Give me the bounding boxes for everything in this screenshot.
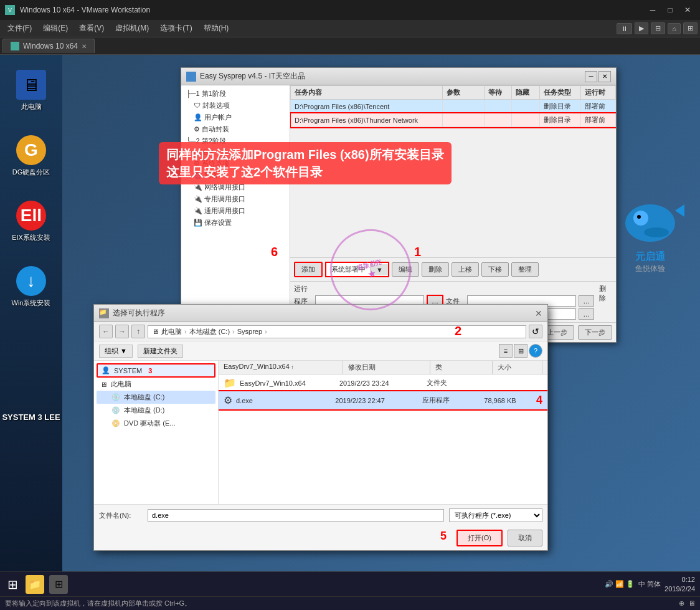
tree-auto[interactable]: ⚙ 自动封装 bbox=[184, 123, 287, 135]
drive-c-icon: 💿 bbox=[111, 393, 120, 401]
clock-date: 2019/2/24 bbox=[665, 584, 695, 593]
move-down-button[interactable]: 下移 bbox=[481, 262, 509, 277]
sysprep-minimize[interactable]: ─ bbox=[585, 71, 597, 82]
col-date[interactable]: 修改日期 bbox=[343, 361, 430, 374]
tab-close-icon[interactable]: ✕ bbox=[82, 43, 87, 50]
taskbar-vm-icon[interactable]: ⊞ bbox=[49, 575, 68, 594]
tree-thispc[interactable]: 🖥 此电脑 bbox=[97, 378, 215, 391]
organize-button[interactable]: 整理 bbox=[511, 262, 539, 277]
tab-win10[interactable]: Windows 10 x64 ✕ bbox=[2, 39, 95, 53]
tree-system[interactable]: 👤 SYSTEM 3 bbox=[97, 363, 215, 378]
tree-phase2[interactable]: └─2 第2阶段 bbox=[184, 135, 287, 147]
desktop-icon-eix[interactable]: Ell EIX系统安装 bbox=[9, 198, 53, 245]
col-type[interactable]: 类 bbox=[430, 361, 493, 374]
toolbar-btn-2[interactable]: ▶ bbox=[635, 22, 648, 34]
tree-drive-c[interactable]: 💿 本地磁盘 (C:) bbox=[97, 391, 215, 404]
up-button[interactable]: ↑ bbox=[131, 325, 145, 338]
tree-special-if[interactable]: 🔌 专用调用接口 bbox=[184, 193, 287, 205]
minimize-button[interactable]: ─ bbox=[645, 4, 660, 16]
toolbar-btn-3[interactable]: ⊟ bbox=[651, 22, 665, 34]
vm-desktop[interactable]: Easy Sysprep v4.5 - IT天空出品 ─ ✕ ├─1 第1阶段 … bbox=[62, 55, 700, 571]
tree-general-if[interactable]: 🔌 通用调用接口 bbox=[184, 205, 287, 217]
next-button[interactable]: 下一步 bbox=[578, 325, 612, 340]
table-row[interactable]: D:\Program Files (x86)\Thunder Network 删… bbox=[291, 113, 616, 127]
drive-d-icon: 💿 bbox=[111, 406, 120, 414]
menu-edit[interactable]: 编辑(E) bbox=[38, 22, 73, 35]
toolbar-btn-4[interactable]: ⌂ bbox=[668, 23, 681, 34]
file-dialog-close[interactable]: ✕ bbox=[535, 308, 542, 318]
col-hidden: 隐藏 bbox=[512, 86, 539, 100]
system-lee-text: SYSTEM 3 LEE bbox=[0, 412, 62, 422]
tray-lang: 中 简体 bbox=[638, 579, 661, 589]
menu-tabs[interactable]: 选项卡(T) bbox=[155, 22, 197, 35]
delete-label: 删除 bbox=[599, 284, 612, 303]
view-tiles-icon[interactable]: ⊞ bbox=[514, 344, 527, 358]
open-button[interactable]: 打开(O) bbox=[456, 530, 503, 546]
menu-file[interactable]: 文件(F) bbox=[2, 22, 37, 35]
tab-label: Windows 10 x64 bbox=[23, 42, 78, 50]
cancel-button[interactable]: 取消 bbox=[508, 530, 542, 546]
dvd-icon: 📀 bbox=[111, 419, 120, 427]
file-browse-button[interactable]: … bbox=[579, 295, 594, 307]
tab-bar: Windows 10 x64 ✕ bbox=[0, 37, 700, 55]
breadcrumb-1: 此电脑 bbox=[161, 327, 182, 336]
filename-input[interactable] bbox=[148, 509, 444, 522]
sysprep-action-bar: 添加 系统部署中 ▼ 编辑 删除 上移 下移 整理 bbox=[290, 257, 616, 281]
tree-phase1[interactable]: ├─1 第1阶段 bbox=[184, 88, 287, 100]
taskbar-file-explorer[interactable]: 📁 bbox=[26, 575, 44, 594]
toolbar-btn-5[interactable]: ⊞ bbox=[683, 22, 698, 34]
menu-help[interactable]: 帮助(H) bbox=[199, 22, 234, 35]
status-icon-2: 🖥 bbox=[688, 599, 695, 608]
move-up-button[interactable]: 上移 bbox=[452, 262, 479, 277]
row2-param bbox=[443, 113, 485, 127]
filetype-select[interactable]: 可执行程序 (*.exe) bbox=[449, 508, 542, 522]
col-size[interactable]: 大小 bbox=[493, 361, 542, 374]
tree-sys[interactable]: ⚙ 系统选项 bbox=[184, 158, 287, 169]
col-name[interactable]: EasyDrv7_Win10.x64 bbox=[219, 361, 343, 374]
sysprep-window: Easy Sysprep v4.5 - IT天空出品 ─ ✕ ├─1 第1阶段 … bbox=[181, 67, 617, 343]
help-icon[interactable]: ? bbox=[529, 344, 542, 358]
sysprep-close[interactable]: ✕ bbox=[598, 71, 611, 82]
tree-save[interactable]: 💾 保存设置 bbox=[184, 217, 287, 229]
filename-2: d.exe bbox=[236, 397, 335, 404]
close-button[interactable]: ✕ bbox=[680, 4, 695, 16]
dir-browse-button[interactable]: … bbox=[579, 308, 594, 320]
back-button[interactable]: ← bbox=[99, 325, 113, 338]
new-folder-button[interactable]: 新建文件夹 bbox=[138, 345, 183, 358]
table-row[interactable]: D:\Program Files (x86)\Tencent 删除目录 部署前 bbox=[291, 100, 616, 113]
toolbar-btn-1[interactable]: ⏸ bbox=[617, 23, 632, 34]
step5-label: 5 bbox=[440, 530, 447, 546]
organize-button[interactable]: 组织 ▼ bbox=[99, 345, 133, 358]
tree-net-if[interactable]: 🔌 网络调用接口 bbox=[184, 181, 287, 193]
menu-vm[interactable]: 虚拟机(M) bbox=[110, 22, 154, 35]
tree-seal[interactable]: 🛡 封装选项 bbox=[184, 100, 287, 112]
desktop-icon-win[interactable]: ↓ Win系统安装 bbox=[9, 264, 54, 310]
tree-dvd[interactable]: 📀 DVD 驱动器 (E... bbox=[97, 417, 215, 430]
list-item[interactable]: 📁 EasyDrv7_Win10.x64 2019/2/23 23:24 文件夹 bbox=[219, 374, 547, 391]
tree-net[interactable]: 🌐 网络 bbox=[184, 169, 287, 181]
restore-button[interactable]: □ bbox=[663, 4, 678, 16]
breadcrumb[interactable]: 🖥 此电脑 › 本地磁盘 (C:) › Sysprep › bbox=[148, 325, 526, 338]
tree-user[interactable]: 👤 用户帐户 bbox=[184, 112, 287, 123]
dropdown-arrow-icon[interactable]: ▼ bbox=[371, 264, 388, 275]
deploy-dropdown[interactable]: 系统部署中 ▼ bbox=[325, 262, 389, 277]
desktop-icon-dg[interactable]: G DG硬盘分区 bbox=[10, 133, 53, 179]
forward-button[interactable]: → bbox=[115, 325, 129, 338]
filename-1: EasyDrv7_Win10.x64 bbox=[240, 379, 339, 387]
tree-drive-d[interactable]: 💿 本地磁盘 (D:) bbox=[97, 404, 215, 417]
delete-button[interactable]: 删除 bbox=[422, 262, 449, 277]
view-details-icon[interactable]: ≡ bbox=[499, 344, 513, 358]
file-dialog-nav: ← → ↑ 🖥 此电脑 › 本地磁盘 (C:) › Sysprep › ↺ bbox=[94, 322, 547, 341]
col-content: 任务内容 bbox=[291, 86, 443, 100]
refresh-button[interactable]: ↺ bbox=[529, 325, 542, 338]
row2-type: 删除目录 bbox=[539, 113, 581, 127]
menu-bar: 文件(F) 编辑(E) 查看(V) 虚拟机(M) 选项卡(T) 帮助(H) ⏸ … bbox=[0, 20, 700, 37]
fish-mascot bbox=[613, 179, 688, 254]
menu-view[interactable]: 查看(V) bbox=[74, 22, 109, 35]
add-button[interactable]: 添加 bbox=[294, 262, 323, 277]
desktop-icon-pc[interactable]: 🖥 此电脑 bbox=[14, 67, 49, 114]
list-item[interactable]: ⚙ d.exe 2019/2/23 22:47 应用程序 78,968 KB 4 bbox=[219, 391, 547, 409]
edit-button[interactable]: 编辑 bbox=[392, 262, 419, 277]
tree-oem[interactable]: ℹ OEM bbox=[184, 147, 287, 158]
start-button[interactable]: ⊞ bbox=[5, 574, 21, 594]
